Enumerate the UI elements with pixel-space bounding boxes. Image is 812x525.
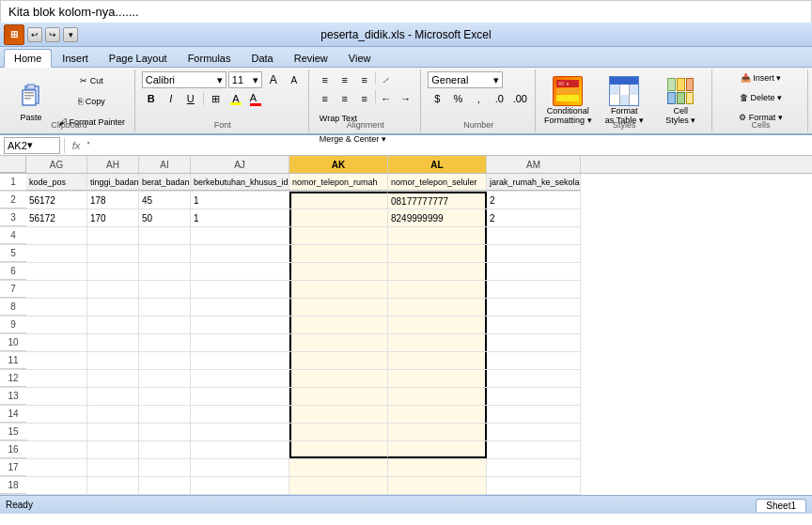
row-number[interactable]: 11 xyxy=(0,352,26,369)
grid-cell[interactable] xyxy=(289,334,388,351)
grid-cell[interactable] xyxy=(388,388,487,405)
font-name-selector[interactable]: Calibri ▾ xyxy=(142,71,226,88)
tab-review[interactable]: Review xyxy=(284,49,338,67)
grid-cell[interactable] xyxy=(191,441,289,458)
col-header-ag[interactable]: AG xyxy=(26,156,87,173)
grid-cell[interactable] xyxy=(139,352,191,369)
underline-button[interactable]: U xyxy=(181,90,200,107)
grid-cell[interactable] xyxy=(191,281,289,298)
grid-cell[interactable] xyxy=(388,227,487,244)
grid-cell[interactable] xyxy=(87,263,139,280)
grid-cell[interactable]: kode_pos xyxy=(26,174,87,191)
grid-cell[interactable] xyxy=(289,370,388,387)
decrease-decimal-button[interactable]: .00 xyxy=(510,90,529,107)
cell-reference-box[interactable]: AK2 ▾ xyxy=(4,137,60,154)
grid-cell[interactable]: 2 xyxy=(487,209,581,226)
row-number[interactable]: 18 xyxy=(0,477,26,494)
grid-cell[interactable]: nomor_telepon_rumah xyxy=(289,174,388,191)
grid-cell[interactable] xyxy=(87,441,139,458)
grid-cell[interactable] xyxy=(388,299,487,316)
grid-cell[interactable] xyxy=(87,245,139,262)
col-header-am[interactable]: AM xyxy=(487,156,581,173)
grid-cell[interactable] xyxy=(487,441,581,458)
row-number[interactable]: 5 xyxy=(0,245,26,262)
grid-cell[interactable] xyxy=(289,192,388,208)
undo-button[interactable]: ↩ xyxy=(27,27,42,42)
grid-cell[interactable] xyxy=(87,352,139,369)
grid-cell[interactable] xyxy=(139,281,191,298)
number-format-selector[interactable]: General ▾ xyxy=(428,71,503,88)
grid-cell[interactable] xyxy=(487,352,581,369)
grid-cell[interactable] xyxy=(139,245,191,262)
grid-cell[interactable] xyxy=(388,370,487,387)
tab-page-layout[interactable]: Page Layout xyxy=(99,49,178,67)
grid-cell[interactable] xyxy=(139,334,191,351)
grid-cell[interactable] xyxy=(26,317,87,333)
grid-cell[interactable] xyxy=(139,263,191,280)
insert-cells-button[interactable]: 📥 Insert ▾ xyxy=(724,71,799,90)
grid-cell[interactable] xyxy=(26,388,87,405)
grid-cell[interactable] xyxy=(26,245,87,262)
row-number[interactable]: 1 xyxy=(0,174,26,191)
col-header-ah[interactable]: AH xyxy=(87,156,139,173)
grid-cell[interactable] xyxy=(139,299,191,316)
grid-cell[interactable] xyxy=(388,477,487,494)
tab-insert[interactable]: Insert xyxy=(52,49,99,67)
delete-cells-button[interactable]: 🗑 Delete ▾ xyxy=(724,91,799,110)
row-number[interactable]: 14 xyxy=(0,406,26,423)
tab-formulas[interactable]: Formulas xyxy=(178,49,242,67)
grid-cell[interactable] xyxy=(289,477,388,494)
col-header-ak[interactable]: AK xyxy=(289,156,388,173)
grid-cell[interactable] xyxy=(139,388,191,405)
indent-decrease-button[interactable]: ← xyxy=(377,90,396,107)
grid-cell[interactable] xyxy=(139,424,191,440)
grid-cell[interactable] xyxy=(87,424,139,440)
grid-cell[interactable] xyxy=(191,299,289,316)
sheet-tab-1[interactable]: Sheet1 xyxy=(756,499,806,512)
row-number[interactable]: 13 xyxy=(0,388,26,405)
grid-cell[interactable] xyxy=(87,459,139,476)
grid-cell[interactable] xyxy=(487,477,581,494)
grid-cell[interactable] xyxy=(289,406,388,423)
grid-cell[interactable] xyxy=(26,424,87,440)
grid-cell[interactable]: 08177777777 xyxy=(388,192,487,208)
grid-cell[interactable] xyxy=(487,459,581,476)
grid-cell[interactable] xyxy=(191,477,289,494)
grid-cell[interactable] xyxy=(139,227,191,244)
row-number[interactable]: 4 xyxy=(0,227,26,244)
formula-input[interactable] xyxy=(87,140,808,151)
grid-cell[interactable] xyxy=(139,477,191,494)
grid-cell[interactable]: 1 xyxy=(191,192,289,208)
row-number[interactable]: 7 xyxy=(0,281,26,298)
grid-cell[interactable] xyxy=(87,388,139,405)
copy-button[interactable]: ⎘ Copy xyxy=(55,92,129,111)
grid-cell[interactable] xyxy=(487,263,581,280)
grid-cell[interactable] xyxy=(26,281,87,298)
row-number[interactable]: 3 xyxy=(0,209,26,226)
cut-button[interactable]: ✂ Cut xyxy=(55,71,129,90)
row-number[interactable]: 17 xyxy=(0,459,26,476)
grid-cell[interactable] xyxy=(139,317,191,333)
grid-cell[interactable] xyxy=(487,424,581,440)
align-middle-button[interactable]: ≡ xyxy=(336,71,354,88)
grid-cell[interactable] xyxy=(487,370,581,387)
grid-cell[interactable]: nomor_telepon_seluler xyxy=(388,174,487,191)
grid-cell[interactable]: 56172 xyxy=(26,192,87,208)
grid-cell[interactable] xyxy=(26,477,87,494)
grid-cell[interactable] xyxy=(87,227,139,244)
grid-cell[interactable] xyxy=(289,209,388,226)
grid-cell[interactable] xyxy=(388,406,487,423)
cell-styles-button[interactable]: Cell Styles ▾ xyxy=(654,76,707,125)
grid-cell[interactable] xyxy=(191,352,289,369)
percent-button[interactable]: % xyxy=(448,90,467,107)
grid-cell[interactable] xyxy=(191,370,289,387)
grid-cell[interactable] xyxy=(388,334,487,351)
grid-cell[interactable] xyxy=(388,441,487,458)
row-number[interactable]: 15 xyxy=(0,424,26,440)
grid-cell[interactable] xyxy=(487,388,581,405)
row-number[interactable]: 10 xyxy=(0,334,26,351)
grid-cell[interactable] xyxy=(289,263,388,280)
row-number[interactable]: 16 xyxy=(0,441,26,458)
row-number[interactable]: 2 xyxy=(0,192,26,208)
font-size-selector[interactable]: 11 ▾ xyxy=(228,71,262,88)
